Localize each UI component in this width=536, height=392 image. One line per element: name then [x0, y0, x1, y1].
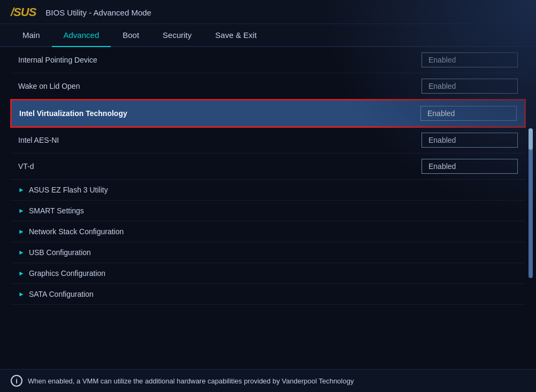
label-internal-pointing: Internal Pointing Device [18, 56, 422, 64]
label-asus-ez-flash: ASUS EZ Flash 3 Utility [29, 186, 108, 194]
row-intel-virt[interactable]: Intel Virtualization Technology Enabled [11, 99, 525, 127]
value-internal-pointing[interactable]: Enabled [422, 52, 518, 67]
submenu-network-stack[interactable]: ► Network Stack Configuration [11, 221, 525, 242]
arrow-icon-smart: ► [18, 207, 25, 214]
arrow-icon-sata: ► [18, 290, 25, 298]
row-intel-aes[interactable]: Intel AES-NI Enabled [11, 127, 525, 153]
navigation-bar: Main Advanced Boot Security Save & Exit [0, 24, 536, 47]
submenu-sata-config[interactable]: ► SATA Configuration [11, 284, 525, 305]
bios-title: BIOS Utility - Advanced Mode [45, 8, 151, 17]
asus-logo: /SUS [11, 5, 36, 19]
submenu-asus-ez-flash[interactable]: ► ASUS EZ Flash 3 Utility [11, 180, 525, 201]
label-intel-aes: Intel AES-NI [18, 136, 422, 144]
label-intel-virt: Intel Virtualization Technology [19, 109, 420, 118]
label-sata-config: SATA Configuration [29, 290, 94, 298]
arrow-icon-graphics: ► [18, 270, 25, 277]
arrow-icon-network: ► [18, 228, 25, 235]
submenu-graphics-config[interactable]: ► Graphics Configuration [11, 263, 525, 284]
label-usb-config: USB Configuration [29, 248, 91, 257]
nav-boot[interactable]: Boot [111, 24, 151, 46]
submenu-smart-settings[interactable]: ► SMART Settings [11, 201, 525, 221]
nav-advanced[interactable]: Advanced [52, 24, 111, 47]
nav-security[interactable]: Security [151, 24, 203, 46]
submenu-usb-config[interactable]: ► USB Configuration [11, 242, 525, 263]
value-vt-d[interactable]: Enabled [422, 159, 518, 174]
label-network-stack: Network Stack Configuration [29, 227, 124, 236]
label-smart-settings: SMART Settings [29, 206, 84, 215]
nav-save-exit[interactable]: Save & Exit [203, 24, 269, 46]
value-wake-on-lid[interactable]: Enabled [422, 79, 518, 94]
value-intel-virt[interactable]: Enabled [420, 106, 517, 121]
bios-header: /SUS BIOS Utility - Advanced Mode [0, 0, 536, 24]
value-intel-aes[interactable]: Enabled [422, 133, 518, 148]
label-wake-on-lid: Wake on Lid Open [18, 82, 422, 90]
row-wake-on-lid[interactable]: Wake on Lid Open Enabled [11, 73, 525, 99]
main-content: Internal Pointing Device Enabled Wake on… [0, 47, 536, 305]
arrow-icon-usb: ► [18, 249, 25, 256]
footer-bar: i When enabled, a VMM can utilize the ad… [0, 369, 536, 392]
scrollbar[interactable] [529, 128, 533, 278]
scrollbar-thumb[interactable] [529, 128, 533, 150]
label-vt-d: VT-d [18, 162, 422, 171]
info-icon: i [11, 375, 22, 387]
arrow-icon-ez-flash: ► [18, 186, 25, 194]
row-vt-d[interactable]: VT-d Enabled [11, 153, 525, 180]
row-internal-pointing[interactable]: Internal Pointing Device Enabled [11, 47, 525, 73]
label-graphics-config: Graphics Configuration [29, 269, 105, 278]
nav-main[interactable]: Main [11, 24, 52, 46]
footer-info-text: When enabled, a VMM can utilize the addi… [28, 377, 354, 385]
